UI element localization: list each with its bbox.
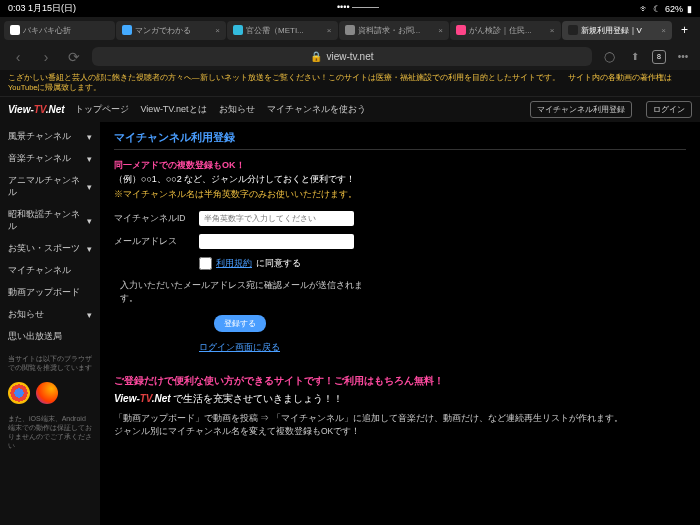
id-label: マイチャンネルID: [114, 213, 189, 225]
tab-label: がん検診｜住民...: [469, 25, 532, 36]
tab-label: 新規利用登録｜V: [581, 25, 642, 36]
share-button[interactable]: ⬆: [626, 51, 644, 62]
tab-label: 官公需（METI...: [246, 25, 304, 36]
chevron-down-icon: ▾: [87, 154, 92, 164]
tab-4[interactable]: がん検診｜住民...×: [450, 21, 561, 40]
tab-label: 資料請求・お問...: [358, 25, 421, 36]
favicon: [568, 25, 578, 35]
tab-1[interactable]: マンガでわかる×: [116, 21, 227, 40]
close-icon[interactable]: ×: [550, 26, 555, 35]
battery: 62%: [665, 4, 683, 14]
favicon: [10, 25, 20, 35]
footer-l4: ジャンル別にマイチャンネル名を変えて複数登録もOKです！: [114, 425, 686, 438]
register-button[interactable]: マイチャンネル利用登録: [530, 101, 632, 118]
submit-button[interactable]: 登録する: [214, 315, 266, 332]
tab-label: マンガでわかる: [135, 25, 191, 36]
wifi-icon: ᯤ: [640, 4, 649, 14]
sidebar-item-music[interactable]: 音楽チャンネル▾: [0, 148, 100, 170]
tab-3[interactable]: 資料請求・お問...×: [339, 21, 450, 40]
nav-top[interactable]: トップページ: [75, 103, 129, 116]
site-banner: こざかしい番組と芸人の顔に飽きた視聴者の方々へ—新しいネット放送をご覧ください！…: [0, 70, 700, 97]
mic-icon[interactable]: ◯: [600, 51, 618, 62]
sidebar-item-comedy[interactable]: お笑い・スポーツ▾: [0, 238, 100, 260]
chevron-down-icon: ▾: [87, 310, 92, 320]
browser-tabs: バキバキ心折 マンガでわかる× 官公需（METI...× 資料請求・お問...×…: [0, 17, 700, 43]
close-icon[interactable]: ×: [327, 26, 332, 35]
favicon: [456, 25, 466, 35]
firefox-icon[interactable]: [36, 382, 58, 404]
tab-2[interactable]: 官公需（METI...×: [227, 21, 338, 40]
page-title: マイチャンネル利用登録: [114, 130, 686, 150]
sidebar-item-memory[interactable]: 思い出放送局: [0, 326, 100, 348]
favicon: [233, 25, 243, 35]
footer-headline: ご登録だけで便利な使い方ができるサイトです！ご利用はもちろん無料！: [114, 374, 686, 388]
chevron-down-icon: ▾: [87, 216, 92, 226]
back-button[interactable]: ‹: [8, 49, 28, 65]
url-text: view-tv.net: [326, 51, 373, 62]
nav-news[interactable]: お知らせ: [219, 103, 255, 116]
favicon: [122, 25, 132, 35]
chevron-down-icon: ▾: [87, 182, 92, 192]
mail-note: 入力いただいたメールアドレス宛に確認メールが送信されま: [120, 280, 686, 292]
terms-link[interactable]: 利用規約: [216, 258, 252, 270]
new-tab-button[interactable]: +: [673, 19, 696, 41]
login-link[interactable]: ログイン画面に戻る: [199, 342, 686, 354]
battery-icon: ▮: [687, 4, 692, 14]
sidebar-item-scenery[interactable]: 風景チャンネル▾: [0, 126, 100, 148]
chevron-down-icon: ▾: [87, 132, 92, 142]
sidebar-item-upload[interactable]: 動画アップボード: [0, 282, 100, 304]
nav-about[interactable]: View-TV.netとは: [141, 103, 207, 116]
sidebar-item-my[interactable]: マイチャンネル: [0, 260, 100, 282]
footer-l3: 「動画アップボード」で動画を投稿 ⇒ 「マイチャンネル」に追加して音楽だけ、動画…: [114, 412, 686, 425]
more-button[interactable]: •••: [674, 51, 692, 62]
tab-5[interactable]: 新規利用登録｜V×: [562, 21, 673, 40]
close-icon[interactable]: ×: [438, 26, 443, 35]
tab-0[interactable]: バキバキ心折: [4, 21, 115, 40]
tab-count-button[interactable]: 8: [652, 50, 666, 64]
forward-button[interactable]: ›: [36, 49, 56, 65]
id-input[interactable]: [199, 211, 354, 226]
favicon: [345, 25, 355, 35]
sidebar-item-news[interactable]: お知らせ▾: [0, 304, 100, 326]
site-logo[interactable]: View-TV.Net: [8, 104, 65, 115]
notch: •••• ———: [337, 2, 379, 15]
terms-checkbox[interactable]: [199, 257, 212, 270]
footer-l2: で生活を充実させていきましょう！！: [171, 393, 344, 404]
device-note: また、iOS端末、Android端末での動作は保証しておりませんのでご了承くださ…: [0, 408, 100, 456]
login-button[interactable]: ログイン: [646, 101, 692, 118]
tab-label: バキバキ心折: [23, 25, 71, 36]
close-icon[interactable]: ×: [215, 26, 220, 35]
moon-icon: ☾: [653, 4, 661, 14]
address-bar[interactable]: 🔒view-tv.net: [92, 47, 592, 66]
sidebar: 風景チャンネル▾ 音楽チャンネル▾ アニマルチャンネル▾ 昭和歌謡チャンネル▾ …: [0, 122, 100, 525]
mail-input[interactable]: [199, 234, 354, 249]
mail-label: メールアドレス: [114, 236, 189, 248]
chevron-down-icon: ▾: [87, 244, 92, 254]
time: 0:03: [8, 3, 26, 13]
date: 1月15日(日): [28, 3, 76, 13]
desc-line2: （例）○○1、○○2 など、ジャンル分けしておくと便利です！: [114, 172, 686, 186]
chrome-icon[interactable]: [8, 382, 30, 404]
close-icon[interactable]: ×: [661, 26, 666, 35]
sidebar-item-animal[interactable]: アニマルチャンネル▾: [0, 170, 100, 204]
lock-icon: 🔒: [310, 51, 322, 62]
reload-button[interactable]: ⟳: [64, 49, 84, 65]
terms-text: に同意する: [256, 258, 301, 270]
browser-note: 当サイトは以下のブラウザでの閲覧を推奨しています: [0, 348, 100, 378]
mail-note2: す。: [120, 293, 686, 305]
desc-line1: 同一メアドでの複数登録もOK！: [114, 158, 686, 172]
nav-mychannel[interactable]: マイチャンネルを使おう: [267, 103, 366, 116]
desc-line3: ※マイチャンネル名は半角英数字のみお使いいただけます。: [114, 187, 686, 201]
sidebar-item-showa[interactable]: 昭和歌謡チャンネル▾: [0, 204, 100, 238]
footer-logo: View-TV.Net: [114, 393, 171, 404]
